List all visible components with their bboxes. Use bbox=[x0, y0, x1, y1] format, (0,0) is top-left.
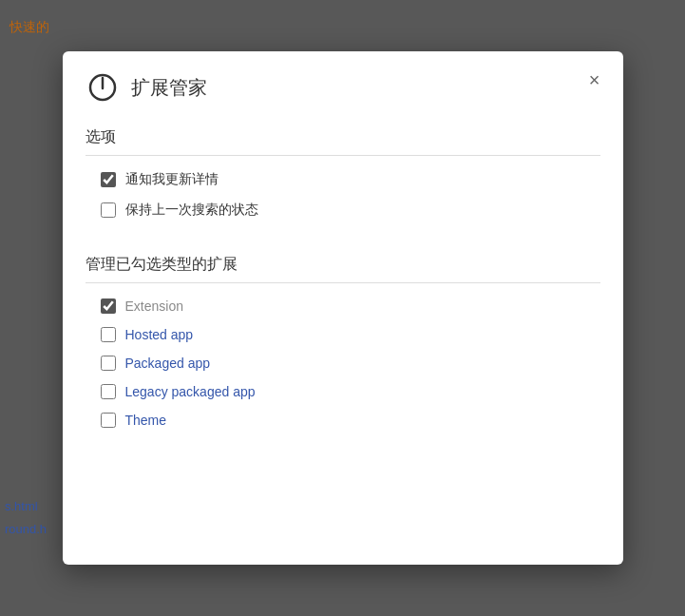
options-list: 通知我更新详情 保持上一次搜索的状态 bbox=[63, 167, 623, 247]
option-legacy-packaged-app[interactable]: Legacy packaged app bbox=[101, 384, 600, 399]
background-text-top: 快速的 bbox=[10, 19, 49, 36]
label-extension: Extension bbox=[125, 298, 183, 314]
label-keep-search: 保持上一次搜索的状态 bbox=[125, 202, 258, 219]
checkbox-packaged-app[interactable] bbox=[101, 356, 116, 371]
checkbox-keep-search[interactable] bbox=[101, 202, 116, 218]
label-notify-updates: 通知我更新详情 bbox=[125, 171, 219, 188]
dialog: 扩展管家 × 选项 通知我更新详情 保持上一次搜索的状态 管理已勾选类型的扩展 … bbox=[63, 51, 623, 565]
close-button[interactable]: × bbox=[581, 67, 608, 93]
checkbox-legacy-packaged-app[interactable] bbox=[101, 384, 116, 399]
label-packaged-app: Packaged app bbox=[125, 356, 211, 371]
section-title-options: 选项 bbox=[63, 120, 623, 155]
option-extension[interactable]: Extension bbox=[101, 298, 600, 314]
section-title-manage-types: 管理已勾选类型的扩展 bbox=[63, 247, 623, 282]
option-keep-search[interactable]: 保持上一次搜索的状态 bbox=[101, 202, 600, 219]
dialog-header: 扩展管家 × bbox=[63, 51, 623, 120]
option-theme[interactable]: Theme bbox=[101, 413, 600, 428]
label-theme: Theme bbox=[125, 413, 167, 428]
checkbox-extension[interactable] bbox=[101, 298, 116, 314]
section-divider-options bbox=[86, 155, 600, 156]
label-legacy-packaged-app: Legacy packaged app bbox=[125, 384, 256, 399]
manage-types-list: Extension Hosted app Packaged app Legacy… bbox=[63, 295, 623, 456]
background-links: s.html round.h bbox=[5, 495, 47, 540]
checkbox-hosted-app[interactable] bbox=[101, 327, 116, 342]
section-divider-manage-types bbox=[86, 282, 600, 283]
dialog-body: 选项 通知我更新详情 保持上一次搜索的状态 管理已勾选类型的扩展 Extensi… bbox=[63, 120, 623, 479]
option-hosted-app[interactable]: Hosted app bbox=[101, 327, 600, 342]
checkbox-theme[interactable] bbox=[101, 413, 116, 428]
option-notify-updates[interactable]: 通知我更新详情 bbox=[101, 171, 600, 188]
label-hosted-app: Hosted app bbox=[125, 327, 194, 342]
dialog-title: 扩展管家 bbox=[131, 75, 207, 101]
power-icon bbox=[86, 70, 120, 105]
checkbox-notify-updates[interactable] bbox=[101, 172, 116, 187]
option-packaged-app[interactable]: Packaged app bbox=[101, 356, 600, 371]
